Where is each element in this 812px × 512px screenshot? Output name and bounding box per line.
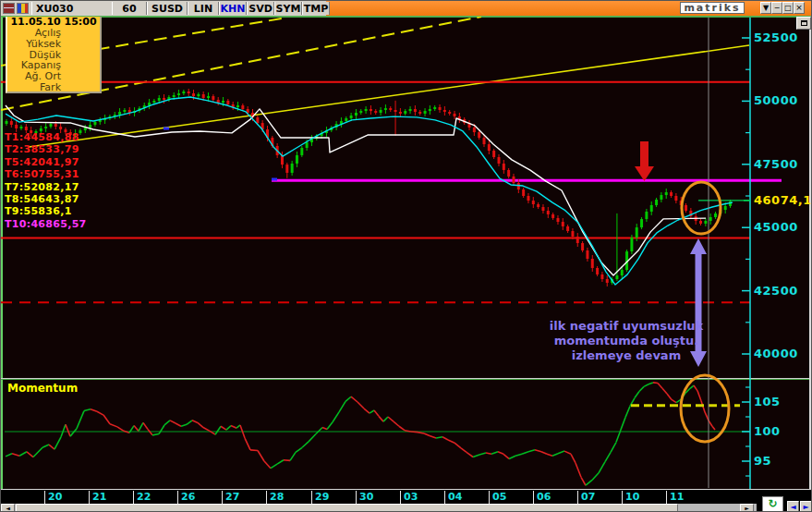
title-bar: XU030 60SUSDLINKHNSVDSYMTMP matriks ▼ − … [1, 1, 812, 17]
annotation-line-1: ilk negatif uyumsuzluk [544, 319, 709, 334]
date-label-07: 07 [581, 491, 595, 503]
window-right-border [809, 17, 811, 504]
date-tick-22 [133, 491, 134, 504]
trend-level-label-2: T2:38533,79 [5, 143, 79, 155]
trend-level-label-4: T6:50755,31 [5, 168, 79, 180]
maximize-button[interactable]: □ [782, 2, 794, 14]
date-tick-06 [533, 491, 534, 504]
date-tick-29 [311, 491, 312, 504]
price-axis-label-50000: 50000 [754, 93, 798, 107]
refresh-button[interactable]: ↻ [762, 496, 783, 512]
nav-forward-button[interactable]: ► [800, 501, 812, 512]
date-tick-07 [577, 491, 578, 504]
price-chart-canvas[interactable] [1, 17, 812, 489]
momentum-axis-label-100: 100 [754, 424, 781, 438]
date-tick-04 [444, 491, 445, 504]
matriks-logo: matriks [680, 2, 745, 14]
date-tick-03 [400, 491, 401, 504]
date-label-04: 04 [448, 491, 462, 503]
date-label-28: 28 [270, 491, 284, 503]
date-tick-11 [666, 491, 667, 504]
date-tick-30 [356, 491, 357, 504]
app-menu-icon[interactable] [3, 3, 15, 14]
toolbar-button-svd[interactable]: SVD [247, 2, 274, 15]
date-tick-05 [489, 491, 490, 504]
toolbar-button-susd[interactable]: SUSD [147, 2, 188, 15]
date-tick-21 [89, 491, 90, 504]
trend-level-label-7: T9:55836,1 [5, 205, 72, 217]
date-tick-28 [266, 491, 267, 504]
price-axis-label-40000: 40000 [754, 347, 798, 360]
date-label-22: 22 [137, 491, 151, 503]
scroll-right-button[interactable]: ► [740, 504, 754, 512]
trend-level-label-1: T1:44584,88 [5, 131, 79, 143]
scroll-left-button[interactable]: ◄ [1, 504, 15, 512]
price-axis-label-42500: 42500 [754, 284, 798, 298]
chart-type-icon[interactable] [17, 3, 29, 14]
price-axis-label-52500: 52500 [754, 30, 798, 44]
restore-icon [801, 20, 807, 26]
trend-level-label-5: T7:52082,17 [5, 181, 79, 193]
matriks-chart-window: XU030 60SUSDLINKHNSVDSYMTMP matriks ▼ − … [0, 0, 812, 512]
momentum-axis-label-105: 105 [754, 395, 781, 408]
toolbar-button-lin[interactable]: LIN [188, 2, 219, 15]
date-tick-10 [622, 491, 623, 504]
date-label-11: 11 [670, 491, 684, 503]
toolbar-button-tmp[interactable]: TMP [302, 2, 330, 15]
annotation-line-3: izlemeye devam [544, 348, 709, 363]
nav-back-button[interactable]: ◄ [787, 501, 799, 512]
trend-level-label-3: T5:42041,97 [5, 156, 79, 168]
tooltip-field-1: Yüksek [7, 39, 100, 50]
last-price-label: 46074,11 [754, 193, 812, 207]
date-axis: 202122262728293003040506071011 [1, 489, 812, 504]
date-label-21: 21 [92, 491, 106, 503]
ohlc-tooltip-panel[interactable]: 11.05.10 15:00 AçılışYüksekDüşükKapanışA… [6, 13, 102, 93]
date-tick-26 [177, 491, 178, 504]
price-axis-label-47500: 47500 [754, 157, 798, 171]
chevron-down-icon[interactable]: ▼ [760, 2, 771, 14]
date-tick-20 [44, 491, 45, 504]
momentum-panel-title: Momentum [7, 382, 78, 395]
date-tick-27 [222, 491, 223, 504]
date-label-26: 26 [181, 491, 195, 503]
tooltip-field-5: Fark [7, 82, 100, 93]
symbol-field[interactable]: XU030 [31, 2, 113, 15]
date-label-03: 03 [404, 491, 418, 503]
annotation-line-2: momentumda oluştu. [544, 334, 709, 348]
date-label-10: 10 [625, 491, 639, 503]
trend-level-label-6: T8:54643,87 [5, 193, 79, 205]
date-label-06: 06 [537, 491, 551, 503]
restore-chart-button[interactable] [796, 17, 811, 30]
momentum-axis-label-95: 95 [754, 454, 771, 468]
chart-scrollbar[interactable]: ◄ ► [1, 504, 758, 512]
toolbar-button-khn[interactable]: KHN [219, 2, 247, 15]
toolbar-button-sym[interactable]: SYM [274, 2, 302, 15]
toolbar-button-60[interactable]: 60 [112, 2, 147, 15]
minimize-button[interactable]: − [771, 2, 782, 14]
date-label-27: 27 [225, 491, 239, 503]
close-button[interactable]: × [794, 2, 805, 14]
trend-level-label-8: T10:46865,57 [5, 218, 87, 230]
price-axis-label-45000: 45000 [754, 220, 798, 234]
date-label-05: 05 [492, 491, 506, 503]
analyst-annotation: ilk negatif uyumsuzluk momentumda oluştu… [544, 319, 709, 363]
date-label-29: 29 [315, 491, 329, 503]
scrollbar-thumb[interactable] [16, 504, 678, 512]
date-label-20: 20 [48, 491, 62, 503]
panel-separator[interactable] [1, 378, 812, 380]
date-label-30: 30 [359, 491, 373, 503]
